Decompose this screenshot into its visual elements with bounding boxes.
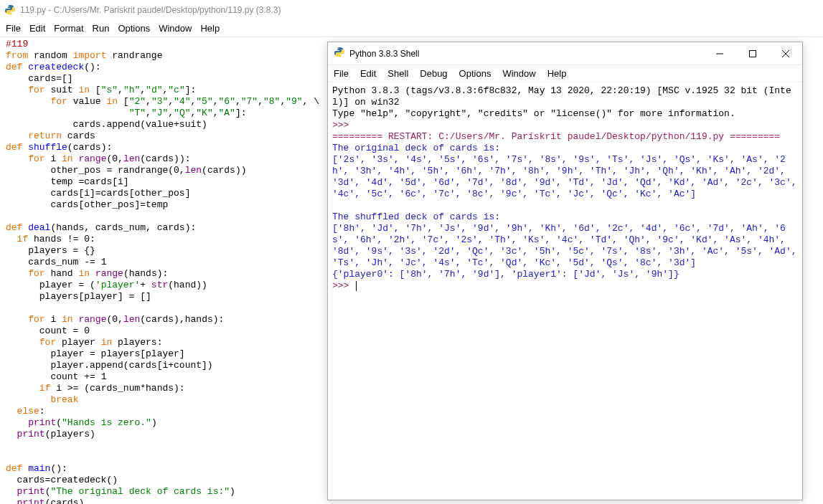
window-controls bbox=[703, 42, 802, 65]
maximize-button[interactable] bbox=[736, 42, 769, 65]
shell-title: Python 3.8.3 Shell bbox=[349, 49, 419, 59]
editor-title: 119.py - C:/Users/Mr. Pariskrit paudel/D… bbox=[20, 5, 281, 15]
menu-window[interactable]: Window bbox=[159, 22, 200, 35]
text-cursor bbox=[356, 281, 357, 291]
menu-help[interactable]: Help bbox=[200, 22, 228, 35]
menu-options[interactable]: Options bbox=[118, 22, 159, 35]
shell-menu-debug[interactable]: Debug bbox=[420, 67, 458, 80]
shell-restart-line: ========= RESTART: C:/Users/Mr. Pariskri… bbox=[332, 131, 780, 142]
shell-menu-edit[interactable]: Edit bbox=[360, 67, 387, 80]
menu-run[interactable]: Run bbox=[93, 22, 118, 35]
shell-stdout-line: ['8h', 'Jd', '7h', 'Js', '9d', '9h', 'Kh… bbox=[332, 223, 802, 268]
shell-stdout-line: {'player0': ['8h', '7h', '9d'], 'player1… bbox=[332, 269, 679, 280]
shell-menu-window[interactable]: Window bbox=[502, 67, 547, 80]
shell-output[interactable]: Python 3.8.3 (tags/v3.8.3:6f8c832, May 1… bbox=[328, 82, 802, 295]
python-icon bbox=[334, 47, 345, 60]
svg-rect-1 bbox=[750, 51, 756, 57]
python-icon bbox=[4, 4, 16, 16]
menu-file[interactable]: File bbox=[6, 22, 29, 35]
editor-titlebar: 119.py - C:/Users/Mr. Pariskrit paudel/D… bbox=[0, 0, 823, 20]
minimize-button[interactable] bbox=[703, 42, 736, 65]
shell-banner: Python 3.8.3 (tags/v3.8.3:6f8c832, May 1… bbox=[332, 85, 791, 108]
shell-prompt: >>> bbox=[332, 120, 354, 130]
idle-shell-window: Python 3.8.3 Shell File Edit Shell Debug… bbox=[327, 42, 803, 500]
shell-prompt: >>> bbox=[332, 280, 354, 291]
shell-menu-options[interactable]: Options bbox=[459, 67, 503, 80]
shell-menu-help[interactable]: Help bbox=[547, 67, 578, 80]
shell-stdout-line: The shuffled deck of cards is: bbox=[332, 211, 500, 222]
shell-titlebar[interactable]: Python 3.8.3 Shell bbox=[328, 42, 802, 65]
shell-stdout-line: The original deck of cards is: bbox=[332, 143, 500, 153]
shell-menubar: File Edit Shell Debug Options Window Hel… bbox=[328, 65, 802, 82]
shell-stdout-line: ['2s', '3s', '4s', '5s', '6s', '7s', '8s… bbox=[332, 154, 802, 199]
shell-menu-file[interactable]: File bbox=[334, 67, 360, 80]
menu-format[interactable]: Format bbox=[54, 22, 92, 35]
close-button[interactable] bbox=[769, 42, 802, 65]
shell-menu-shell[interactable]: Shell bbox=[387, 67, 420, 80]
editor-menubar: File Edit Format Run Options Window Help bbox=[0, 20, 823, 37]
menu-edit[interactable]: Edit bbox=[29, 22, 54, 35]
